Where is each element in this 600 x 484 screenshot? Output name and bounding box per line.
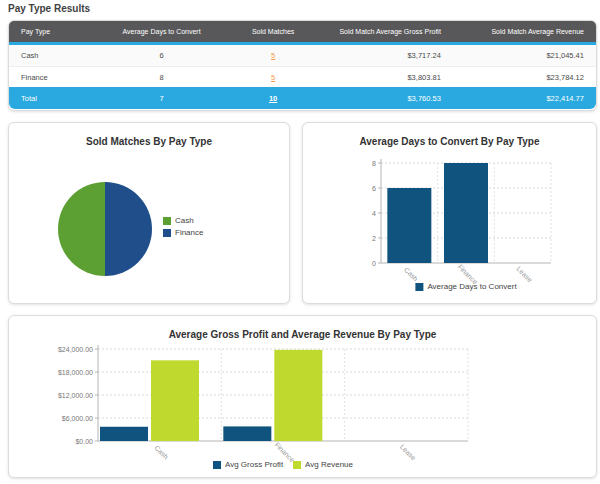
pie-chart-card: Sold Matches By Pay Type Cash Finance <box>8 122 290 304</box>
cell-revenue: $22,414.77 <box>467 94 596 103</box>
cell-gross-profit: $3,760.53 <box>320 94 467 103</box>
cell-pay-type: Finance <box>9 73 97 82</box>
svg-text:Cash: Cash <box>403 266 420 283</box>
cell-sold-matches: 10 <box>226 94 320 103</box>
legend-item-avg-revenue: Avg Revenue <box>293 460 353 469</box>
legend-label: Average Days to Convert <box>427 282 516 291</box>
table-row-cash: Cash 6 5 $3,717.24 $21,045.41 <box>9 45 596 66</box>
svg-text:Cash: Cash <box>153 444 170 461</box>
legend-item-cash: Cash <box>163 216 194 225</box>
table-row-total: Total 7 10 $3,760.53 $22,414.77 <box>9 87 596 109</box>
table-header-row: Pay Type Average Days to Convert Sold Ma… <box>9 21 596 45</box>
legend-item-finance: Finance <box>163 228 203 237</box>
sold-matches-link-finance[interactable]: 5 <box>271 73 275 82</box>
profit-revenue-chart-card: Average Gross Profit and Average Revenue… <box>8 315 597 478</box>
legend-label: Avg Revenue <box>305 460 353 469</box>
avg-days-bar-chart: 02468CashFinanceLease <box>303 123 597 304</box>
profit-revenue-bar-chart: $0.00$6,000.00$12,000.00$18,000.00$24,00… <box>9 316 597 478</box>
profit-revenue-legend: Avg Gross Profit Avg Revenue <box>213 460 353 469</box>
pie-legend: Cash Finance <box>163 216 203 237</box>
cell-revenue: $21,045.41 <box>467 51 596 60</box>
cell-sold-matches: 5 <box>226 51 320 60</box>
svg-text:$6,000.00: $6,000.00 <box>62 415 93 422</box>
cell-revenue: $23,784.12 <box>467 73 596 82</box>
page-title: Pay Type Results <box>8 3 90 14</box>
col-header-revenue: Sold Match Average Revenue <box>467 28 596 35</box>
svg-text:Lease: Lease <box>515 265 534 284</box>
col-header-avg-days: Average Days to Convert <box>97 28 226 35</box>
avg-revenue-swatch-icon <box>293 461 301 469</box>
col-header-gross-profit: Sold Match Average Gross Profit <box>320 28 467 35</box>
svg-text:$18,000.00: $18,000.00 <box>58 369 93 376</box>
svg-text:$24,000.00: $24,000.00 <box>58 346 93 353</box>
legend-label: Finance <box>175 228 203 237</box>
svg-text:2: 2 <box>372 235 376 242</box>
legend-label: Avg Gross Profit <box>225 460 283 469</box>
legend-item-avg-days: Average Days to Convert <box>415 282 516 291</box>
gross-profit-swatch-icon <box>213 461 221 469</box>
sold-matches-pie-chart <box>9 123 290 304</box>
legend-label: Cash <box>175 216 194 225</box>
svg-text:$0.00: $0.00 <box>75 438 93 445</box>
cell-avg-days: 8 <box>97 73 226 82</box>
sold-matches-link-total[interactable]: 10 <box>269 94 277 103</box>
svg-text:Lease: Lease <box>399 443 418 462</box>
avg-days-swatch-icon <box>415 283 423 291</box>
results-table: Pay Type Average Days to Convert Sold Ma… <box>8 20 597 111</box>
svg-text:4: 4 <box>372 210 376 217</box>
cell-gross-profit: $3,717.24 <box>320 51 467 60</box>
svg-text:6: 6 <box>372 185 376 192</box>
avg-days-legend: Average Days to Convert <box>415 282 516 291</box>
svg-text:$12,000.00: $12,000.00 <box>58 392 93 399</box>
cell-avg-days: 6 <box>97 51 226 60</box>
cash-swatch-icon <box>163 217 171 225</box>
cell-sold-matches: 5 <box>226 73 320 82</box>
avg-days-chart-card: Average Days to Convert By Pay Type 0246… <box>302 122 597 304</box>
col-header-pay-type: Pay Type <box>9 28 97 35</box>
col-header-sold-matches: Sold Matches <box>226 28 320 35</box>
legend-item-gross-profit: Avg Gross Profit <box>213 460 283 469</box>
cell-gross-profit: $3,803.81 <box>320 73 467 82</box>
cell-pay-type: Cash <box>9 51 97 60</box>
svg-text:0: 0 <box>372 260 376 267</box>
sold-matches-link-cash[interactable]: 5 <box>271 51 275 60</box>
finance-swatch-icon <box>163 229 171 237</box>
cell-pay-type: Total <box>9 94 97 103</box>
svg-text:8: 8 <box>372 160 376 167</box>
cell-avg-days: 7 <box>97 94 226 103</box>
table-row-finance: Finance 8 5 $3,803.81 $23,784.12 <box>9 66 596 87</box>
